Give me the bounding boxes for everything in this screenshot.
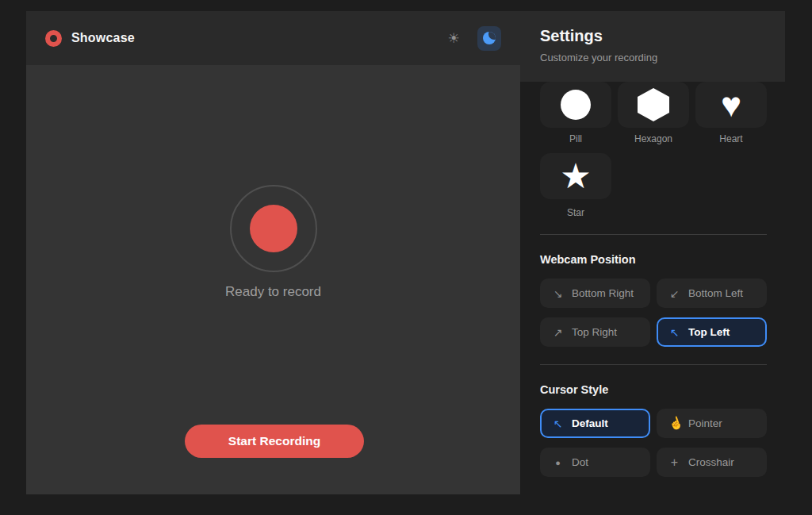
- settings-subtitle: Customize your recording: [540, 52, 785, 63]
- option-label: Crosshair: [688, 456, 734, 468]
- shape-label-heart: Heart: [695, 133, 767, 144]
- circle-shape-icon: [561, 90, 591, 120]
- option-label: Bottom Left: [688, 287, 743, 299]
- settings-title: Settings: [540, 27, 785, 45]
- cursor-style-crosshair[interactable]: + Crosshair: [657, 448, 767, 477]
- arrow-up-right-icon: ↗: [552, 326, 564, 339]
- option-label: Default: [572, 417, 608, 429]
- app-title: Showcase: [71, 31, 135, 45]
- heart-shape-icon: ♥: [721, 87, 741, 122]
- webcam-position-grid: ↘ Bottom Right ↙ Bottom Left ↗ Top Right…: [540, 279, 767, 347]
- hexagon-shape-icon: [638, 88, 669, 121]
- shape-option-star[interactable]: ★: [540, 153, 611, 199]
- cursor-style-dot[interactable]: ● Dot: [540, 448, 650, 477]
- option-label: Dot: [572, 456, 588, 468]
- shape-label-pill: Pill: [540, 133, 611, 144]
- arrow-down-right-icon: ↘: [552, 287, 564, 300]
- arrow-up-left-icon: ↖: [552, 417, 564, 430]
- cursor-style-heading: Cursor Style: [540, 383, 767, 396]
- record-indicator-ring: [230, 185, 317, 272]
- arrow-up-left-icon: ↖: [668, 326, 680, 339]
- sun-icon[interactable]: ☀: [448, 30, 460, 47]
- record-dot-icon: [45, 30, 62, 47]
- arrow-down-left-icon: ↙: [668, 287, 680, 300]
- option-label: Top Left: [688, 326, 730, 338]
- recorder-status-text: Ready to record: [26, 284, 520, 300]
- shape-option-hexagon[interactable]: [618, 82, 689, 128]
- shape-option-pill[interactable]: [540, 82, 611, 128]
- record-indicator-dot: [250, 205, 297, 252]
- start-recording-button[interactable]: Start Recording: [185, 425, 364, 458]
- section-divider: [540, 234, 767, 235]
- shape-label-hexagon: Hexagon: [618, 133, 689, 144]
- option-label: Top Right: [572, 326, 617, 338]
- option-label: Pointer: [688, 417, 722, 429]
- section-divider: [540, 364, 767, 365]
- moon-icon: [483, 32, 496, 44]
- star-shape-icon: ★: [560, 159, 591, 194]
- webcam-position-top-right[interactable]: ↗ Top Right: [540, 317, 650, 347]
- crosshair-icon: +: [668, 455, 680, 470]
- shape-options-row-2: ★: [540, 153, 767, 199]
- shape-options-row: ♥: [540, 82, 767, 128]
- cursor-style-pointer[interactable]: ☝ Pointer: [657, 409, 767, 438]
- dark-mode-toggle-button[interactable]: [477, 26, 501, 51]
- webcam-position-heading: Webcam Position: [540, 253, 767, 266]
- webcam-position-bottom-left[interactable]: ↙ Bottom Left: [657, 279, 767, 308]
- dot-icon: ●: [552, 458, 564, 467]
- cursor-style-grid: ↖ Default ☝ Pointer ● Dot + Crosshair: [540, 409, 767, 477]
- option-label: Bottom Right: [572, 287, 634, 299]
- pointer-hand-icon: ☝: [667, 415, 683, 432]
- webcam-position-bottom-right[interactable]: ↘ Bottom Right: [540, 279, 650, 308]
- shape-label-star: Star: [540, 207, 611, 218]
- shape-labels-row: Pill Hexagon Heart: [540, 133, 767, 144]
- settings-header: Settings Customize your recording: [520, 11, 785, 82]
- recorder-topbar: Showcase ☀: [26, 11, 520, 65]
- shape-option-heart[interactable]: ♥: [695, 82, 767, 128]
- shape-labels-row-2: Star: [540, 207, 767, 218]
- webcam-position-top-left[interactable]: ↖ Top Left: [657, 317, 767, 347]
- cursor-style-default[interactable]: ↖ Default: [540, 409, 650, 438]
- recorder-window: Showcase ☀ Ready to record Start Recordi…: [26, 11, 520, 494]
